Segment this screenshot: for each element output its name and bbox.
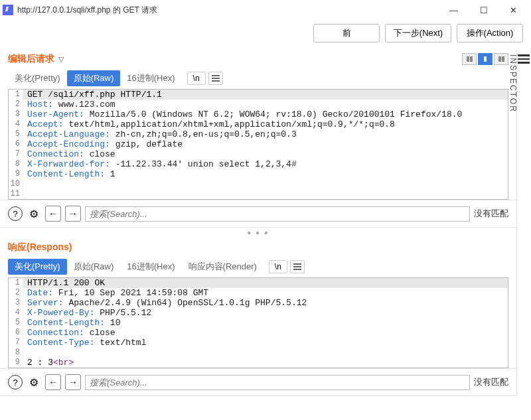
editor-line[interactable]: 11 [9, 189, 508, 199]
editor-line[interactable]: 3User-Agent: Mozilla/5.0 (Windows NT 6.2… [9, 109, 508, 119]
tab-hex-resp[interactable]: 16进制(Hex) [120, 259, 181, 275]
editor-line[interactable]: 92 : 3<br> [9, 358, 508, 368]
search-prev-button[interactable]: ← [45, 206, 61, 222]
response-header: 响应(Respons) [0, 238, 516, 259]
editor-line[interactable]: 6Connection: close [9, 328, 508, 338]
newline-toggle[interactable]: \n [187, 72, 206, 85]
tab-render-resp[interactable]: 响应内容(Render) [182, 259, 264, 275]
window-title: http://127.0.0.1/sqli/xff.php 的 GET 请求 [17, 5, 439, 16]
editor-line[interactable]: 4Accept: text/html,application/xhtml+xml… [9, 119, 508, 129]
titlebar: http://127.0.0.1/sqli/xff.php 的 GET 请求 —… [0, 0, 531, 20]
action-button[interactable]: 操作(Action) [457, 24, 523, 42]
editor-line[interactable]: 9Content-Length: 1 [9, 169, 508, 179]
editor-line[interactable]: 7Content-Type: text/html [9, 338, 508, 348]
newline-toggle-resp[interactable]: \n [269, 260, 287, 273]
help-icon[interactable]: ? [8, 206, 23, 221]
response-title: 响应(Respons) [8, 242, 72, 253]
editor-line[interactable]: 8X-Forwarded-for: -11.22.33.44' union se… [9, 159, 508, 169]
editor-line[interactable]: 1HTTP/1.1 200 OK [9, 278, 508, 288]
editor-line[interactable]: 5Content-Length: 10 [9, 318, 508, 328]
request-tabs: 美化(Pretty) 原始(Raw) 16进制(Hex) \n [0, 70, 516, 86]
hamburger-icon[interactable] [208, 72, 223, 85]
app-icon [3, 5, 13, 15]
editor-line[interactable]: 3Server: Apache/2.4.9 (Win64) OpenSSL/1.… [9, 298, 508, 308]
editor-line[interactable]: 2Date: Fri, 10 Sep 2021 14:59:08 GMT [9, 288, 508, 298]
search-next-button-resp[interactable]: → [65, 374, 81, 390]
layout-columns-button[interactable] [462, 53, 477, 65]
layout-stacked-button[interactable] [478, 53, 493, 65]
next-button[interactable]: 下一步(Next) [385, 24, 451, 42]
editor-line[interactable]: 10 [9, 179, 508, 189]
resize-handle[interactable]: ● ● ● [0, 228, 516, 238]
window-controls: — ☐ ✕ [439, 0, 528, 20]
help-icon-resp[interactable]: ? [8, 375, 23, 389]
search-input[interactable] [85, 206, 470, 222]
hamburger-icon-resp[interactable] [290, 260, 305, 273]
search-input-resp[interactable] [85, 375, 470, 390]
request-header: 编辑后请求 ▽ [0, 49, 516, 70]
response-editor[interactable]: 1HTTP/1.1 200 OK2Date: Fri, 10 Sep 2021 … [8, 277, 508, 368]
editor-line[interactable]: 1GET /sqli/xff.php HTTP/1.1 [9, 90, 508, 100]
tab-pretty[interactable]: 美化(Pretty) [8, 70, 67, 86]
minimize-button[interactable]: — [439, 0, 469, 20]
action-toolbar: 前 下一步(Next) 操作(Action) [0, 20, 531, 49]
editor-line[interactable]: 7Connection: close [9, 149, 508, 159]
editor-line[interactable]: 5Accept-Language: zh-cn,zh;q=0.8,en-us;q… [9, 129, 508, 139]
chevron-down-icon[interactable]: ▽ [58, 55, 64, 64]
response-tabs: 美化(Pretty) 原始(Raw) 16进制(Hex) 响应内容(Render… [0, 259, 516, 275]
layout-toggle [462, 53, 508, 65]
prev-button[interactable]: 前 [313, 24, 380, 42]
tab-pretty-resp[interactable]: 美化(Pretty) [8, 259, 67, 275]
editor-line[interactable]: 2Host: www.123.com [9, 100, 508, 109]
inspector-panel[interactable]: INSPECTOR [516, 49, 531, 396]
layout-single-button[interactable] [494, 53, 508, 65]
close-button[interactable]: ✕ [498, 0, 528, 20]
request-editor[interactable]: 1GET /sqli/xff.php HTTP/1.12Host: www.12… [8, 89, 508, 200]
gear-icon-resp[interactable]: ⚙ [27, 375, 41, 389]
editor-line[interactable]: 4X-Powered-By: PHP/5.5.12 [9, 308, 508, 318]
no-match-label: 没有匹配 [474, 208, 508, 220]
gear-icon[interactable]: ⚙ [27, 206, 41, 221]
no-match-label-resp: 没有匹配 [474, 376, 508, 388]
request-title: 编辑后请求 [8, 53, 54, 65]
search-prev-button-resp[interactable]: ← [45, 374, 61, 390]
search-next-button[interactable]: → [65, 206, 81, 222]
editor-line[interactable]: 6Accept-Encoding: gzip, deflate [9, 139, 508, 149]
tab-raw[interactable]: 原始(Raw) [67, 70, 121, 86]
inspector-toggle-icon[interactable] [518, 54, 530, 64]
inspector-label: INSPECTOR [508, 54, 518, 113]
tab-raw-resp[interactable]: 原始(Raw) [67, 259, 121, 275]
response-searchbar: ? ⚙ ← → 没有匹配 [0, 368, 516, 396]
request-searchbar: ? ⚙ ← → 没有匹配 [0, 200, 516, 228]
editor-line[interactable]: 8 [9, 348, 508, 358]
maximize-button[interactable]: ☐ [469, 0, 498, 20]
tab-hex[interactable]: 16进制(Hex) [120, 70, 181, 86]
